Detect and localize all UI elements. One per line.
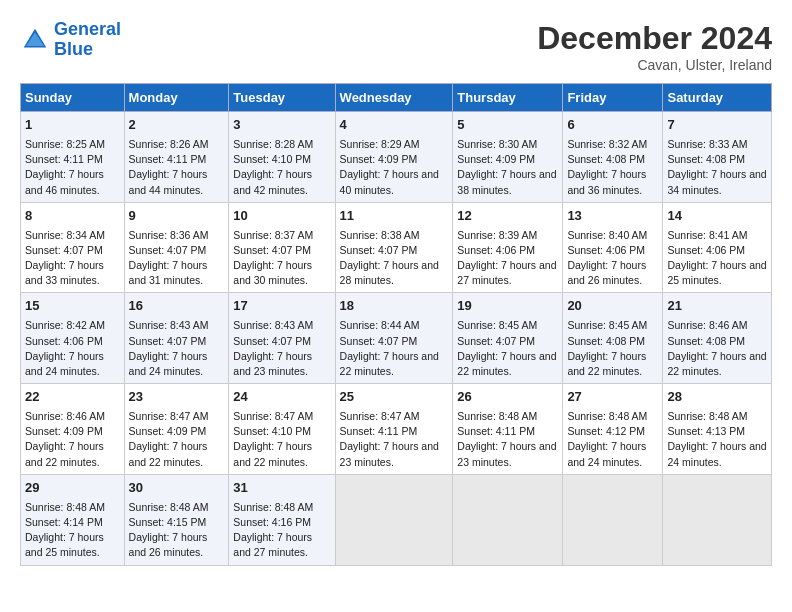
sunset: Sunset: 4:07 PM: [233, 244, 311, 256]
day-cell: 30Sunrise: 8:48 AMSunset: 4:15 PMDayligh…: [124, 474, 229, 565]
sunset: Sunset: 4:09 PM: [457, 153, 535, 165]
logo-text: General Blue: [54, 20, 121, 60]
sunrise: Sunrise: 8:48 AM: [567, 410, 647, 422]
day-cell: 8Sunrise: 8:34 AMSunset: 4:07 PMDaylight…: [21, 202, 125, 293]
day-header-friday: Friday: [563, 84, 663, 112]
sunrise: Sunrise: 8:48 AM: [25, 501, 105, 513]
sunrise: Sunrise: 8:30 AM: [457, 138, 537, 150]
sunset: Sunset: 4:07 PM: [233, 335, 311, 347]
day-number: 10: [233, 207, 330, 226]
day-cell: 4Sunrise: 8:29 AMSunset: 4:09 PMDaylight…: [335, 112, 453, 203]
sunrise: Sunrise: 8:42 AM: [25, 319, 105, 331]
sunrise: Sunrise: 8:33 AM: [667, 138, 747, 150]
day-number: 20: [567, 297, 658, 316]
page-header: General Blue December 2024 Cavan, Ulster…: [20, 20, 772, 73]
sunset: Sunset: 4:11 PM: [340, 425, 418, 437]
daylight: Daylight: 7 hours and 26 minutes.: [567, 259, 646, 286]
sunrise: Sunrise: 8:26 AM: [129, 138, 209, 150]
sunset: Sunset: 4:14 PM: [25, 516, 103, 528]
day-number: 14: [667, 207, 767, 226]
day-cell: 18Sunrise: 8:44 AMSunset: 4:07 PMDayligh…: [335, 293, 453, 384]
sunrise: Sunrise: 8:43 AM: [233, 319, 313, 331]
sunrise: Sunrise: 8:45 AM: [457, 319, 537, 331]
day-number: 11: [340, 207, 449, 226]
sunrise: Sunrise: 8:46 AM: [667, 319, 747, 331]
daylight: Daylight: 7 hours and 24 minutes.: [25, 350, 104, 377]
day-cell: 2Sunrise: 8:26 AMSunset: 4:11 PMDaylight…: [124, 112, 229, 203]
daylight: Daylight: 7 hours and 33 minutes.: [25, 259, 104, 286]
daylight: Daylight: 7 hours and 22 minutes.: [25, 440, 104, 467]
day-cell: 7Sunrise: 8:33 AMSunset: 4:08 PMDaylight…: [663, 112, 772, 203]
sunset: Sunset: 4:11 PM: [457, 425, 535, 437]
sunrise: Sunrise: 8:48 AM: [129, 501, 209, 513]
sunrise: Sunrise: 8:29 AM: [340, 138, 420, 150]
sunset: Sunset: 4:16 PM: [233, 516, 311, 528]
sunset: Sunset: 4:11 PM: [25, 153, 103, 165]
daylight: Daylight: 7 hours and 22 minutes.: [567, 350, 646, 377]
day-number: 28: [667, 388, 767, 407]
day-cell: [663, 474, 772, 565]
daylight: Daylight: 7 hours and 23 minutes.: [233, 350, 312, 377]
sunrise: Sunrise: 8:46 AM: [25, 410, 105, 422]
sunrise: Sunrise: 8:47 AM: [233, 410, 313, 422]
sunrise: Sunrise: 8:44 AM: [340, 319, 420, 331]
day-cell: 29Sunrise: 8:48 AMSunset: 4:14 PMDayligh…: [21, 474, 125, 565]
title-block: December 2024 Cavan, Ulster, Ireland: [537, 20, 772, 73]
week-row-1: 1Sunrise: 8:25 AMSunset: 4:11 PMDaylight…: [21, 112, 772, 203]
daylight: Daylight: 7 hours and 34 minutes.: [667, 168, 766, 195]
day-cell: 17Sunrise: 8:43 AMSunset: 4:07 PMDayligh…: [229, 293, 335, 384]
day-number: 21: [667, 297, 767, 316]
day-number: 25: [340, 388, 449, 407]
day-cell: 3Sunrise: 8:28 AMSunset: 4:10 PMDaylight…: [229, 112, 335, 203]
day-number: 2: [129, 116, 225, 135]
day-cell: 22Sunrise: 8:46 AMSunset: 4:09 PMDayligh…: [21, 384, 125, 475]
day-number: 24: [233, 388, 330, 407]
day-cell: 10Sunrise: 8:37 AMSunset: 4:07 PMDayligh…: [229, 202, 335, 293]
daylight: Daylight: 7 hours and 42 minutes.: [233, 168, 312, 195]
sunset: Sunset: 4:08 PM: [667, 153, 745, 165]
daylight: Daylight: 7 hours and 40 minutes.: [340, 168, 439, 195]
day-number: 8: [25, 207, 120, 226]
sunrise: Sunrise: 8:48 AM: [457, 410, 537, 422]
daylight: Daylight: 7 hours and 24 minutes.: [129, 350, 208, 377]
daylight: Daylight: 7 hours and 38 minutes.: [457, 168, 556, 195]
day-number: 15: [25, 297, 120, 316]
week-row-2: 8Sunrise: 8:34 AMSunset: 4:07 PMDaylight…: [21, 202, 772, 293]
sunset: Sunset: 4:15 PM: [129, 516, 207, 528]
day-cell: 31Sunrise: 8:48 AMSunset: 4:16 PMDayligh…: [229, 474, 335, 565]
daylight: Daylight: 7 hours and 22 minutes.: [340, 350, 439, 377]
day-cell: [335, 474, 453, 565]
sunset: Sunset: 4:11 PM: [129, 153, 207, 165]
day-cell: 25Sunrise: 8:47 AMSunset: 4:11 PMDayligh…: [335, 384, 453, 475]
daylight: Daylight: 7 hours and 31 minutes.: [129, 259, 208, 286]
day-number: 18: [340, 297, 449, 316]
sunset: Sunset: 4:09 PM: [129, 425, 207, 437]
day-number: 30: [129, 479, 225, 498]
sunset: Sunset: 4:07 PM: [25, 244, 103, 256]
sunset: Sunset: 4:08 PM: [667, 335, 745, 347]
day-cell: 21Sunrise: 8:46 AMSunset: 4:08 PMDayligh…: [663, 293, 772, 384]
day-number: 31: [233, 479, 330, 498]
logo: General Blue: [20, 20, 121, 60]
day-cell: 14Sunrise: 8:41 AMSunset: 4:06 PMDayligh…: [663, 202, 772, 293]
daylight: Daylight: 7 hours and 24 minutes.: [667, 440, 766, 467]
sunrise: Sunrise: 8:32 AM: [567, 138, 647, 150]
day-cell: 27Sunrise: 8:48 AMSunset: 4:12 PMDayligh…: [563, 384, 663, 475]
daylight: Daylight: 7 hours and 24 minutes.: [567, 440, 646, 467]
day-number: 9: [129, 207, 225, 226]
day-number: 6: [567, 116, 658, 135]
sunrise: Sunrise: 8:47 AM: [129, 410, 209, 422]
day-number: 5: [457, 116, 558, 135]
sunset: Sunset: 4:06 PM: [457, 244, 535, 256]
daylight: Daylight: 7 hours and 22 minutes.: [129, 440, 208, 467]
sunrise: Sunrise: 8:28 AM: [233, 138, 313, 150]
day-number: 3: [233, 116, 330, 135]
day-cell: 1Sunrise: 8:25 AMSunset: 4:11 PMDaylight…: [21, 112, 125, 203]
day-number: 12: [457, 207, 558, 226]
daylight: Daylight: 7 hours and 22 minutes.: [667, 350, 766, 377]
sunrise: Sunrise: 8:36 AM: [129, 229, 209, 241]
daylight: Daylight: 7 hours and 46 minutes.: [25, 168, 104, 195]
daylight: Daylight: 7 hours and 26 minutes.: [129, 531, 208, 558]
day-cell: [453, 474, 563, 565]
day-number: 23: [129, 388, 225, 407]
